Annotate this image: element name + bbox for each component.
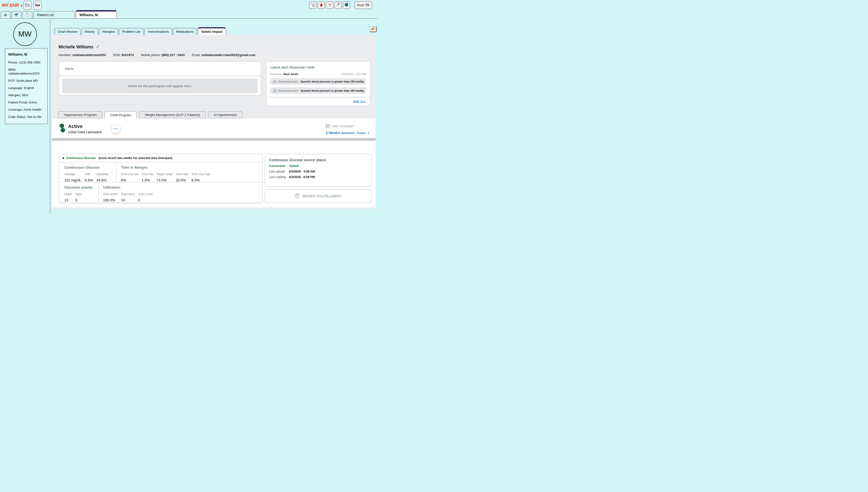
glycemic-events-section: Glycemic events Hyper13 Hypo0 xyxy=(59,182,98,202)
tab-active-patient[interactable]: Williams, M xyxy=(76,10,117,18)
program-tab-bar: Hypertension Program CGM Program Weight … xyxy=(52,111,376,118)
chart-tab-bar: Chart Review History Allergies Problem L… xyxy=(54,27,378,35)
calendar-icon xyxy=(326,124,330,128)
dismissal-timestamp: 5/30/2025 - 9:52 AM xyxy=(341,73,366,76)
alerts-section: Alerts Alerts for the participant will a… xyxy=(52,61,376,106)
patient-header: Michelle Williams Identifier: validateva… xyxy=(52,35,376,57)
stat-label: Average xyxy=(64,172,81,176)
help-button[interactable]: ? xyxy=(326,1,333,9)
stat-label: GMI xyxy=(85,172,93,176)
program-status: Active xyxy=(68,124,102,129)
stat-label: Variability xyxy=(96,172,108,176)
folder-icon xyxy=(25,3,30,8)
program-menu-button[interactable]: ••• xyxy=(111,124,120,133)
horizontal-scrollbar[interactable] xyxy=(52,138,376,141)
stat-value: 0 xyxy=(75,198,82,202)
validic-impact-panel: Michelle Williams Identifier: validateva… xyxy=(52,35,376,209)
tab-history[interactable]: History xyxy=(81,28,98,35)
sidebar-mrn: MRN: validatevalidicmw2024 xyxy=(8,68,44,76)
sidebar-patient-name: Williams, M xyxy=(8,52,44,56)
program-status-row: Active Initial Data Uploaded ••• Data ti… xyxy=(52,118,376,136)
top-toolbar: MY EHR ▼ ? Print xyxy=(0,0,378,10)
dismissal-card-footer: SEE ALL xyxy=(266,97,370,106)
help-icon: ? xyxy=(329,3,331,7)
alerts-card-body: Alerts for the participant will appear h… xyxy=(59,76,261,96)
tab-immunizations[interactable]: Immunizations xyxy=(144,28,172,35)
tab-patient-list[interactable]: Patient List xyxy=(33,11,75,18)
toolbar-right-group: ? Print xyxy=(309,1,372,9)
validic-logo-icon xyxy=(59,123,66,134)
tab-chart-review[interactable]: Chart Review xyxy=(54,28,81,35)
package-icon xyxy=(294,193,300,199)
avatar-initials: MW xyxy=(18,30,31,39)
reviewer-name: Mark Smith xyxy=(283,73,298,76)
sidebar-phone: Phone: (123) 456-7890 xyxy=(8,60,44,65)
source-status-card: Continuous Glucose source status Connect… xyxy=(265,154,371,187)
email-label: Email: xyxy=(192,53,200,57)
chevron-down-icon: ▼ xyxy=(367,132,370,134)
identifier-label: Identifier: xyxy=(58,53,71,57)
device-fulfillment-label: DEVICE FULFILLMENT xyxy=(302,194,341,198)
notepad-icon xyxy=(26,13,29,17)
tab-chart-review-label: Chart Review xyxy=(58,30,77,33)
patient-sidebar: MW Williams, M Phone: (123) 456-7890 MRN… xyxy=(0,19,50,214)
tools-button[interactable] xyxy=(334,1,342,9)
see-all-link[interactable]: SEE ALL xyxy=(353,100,366,103)
tab-weight-management[interactable]: Weight Management (GLP-1 Patients) xyxy=(139,111,206,118)
edit-name-icon[interactable] xyxy=(96,45,100,50)
tab-hypertension-program[interactable]: Hypertension Program xyxy=(58,111,102,118)
blood-drop-icon xyxy=(320,3,323,8)
stat-label: Time high xyxy=(176,172,188,176)
tab-validic-impact[interactable]: Validic Impact xyxy=(198,27,226,35)
patient-name: Michelle Williams xyxy=(58,45,93,50)
stethoscope-button[interactable] xyxy=(309,1,316,9)
timespan-value: 2 Weeks xyxy=(326,131,340,135)
tab-medications[interactable]: Medications xyxy=(173,28,197,35)
stat-label: Hypo xyxy=(75,193,82,196)
tab-ai-hypertension-label: AI Hypertension xyxy=(214,113,237,117)
stat-label: Scan count xyxy=(138,193,153,196)
workspace-tab-bar: Patient List Williams, M xyxy=(0,10,378,19)
stat-label: Time low xyxy=(142,172,153,176)
blood-drop-button[interactable] xyxy=(317,1,325,9)
reviewer-label: Reviewer: xyxy=(270,73,283,76)
language-button[interactable] xyxy=(343,1,350,9)
timespan-selector[interactable]: 2 Weeks (5/22/2025 - Today) ▼ xyxy=(326,131,370,135)
reports-tab[interactable] xyxy=(0,11,11,18)
stat-value: 6.0% xyxy=(191,178,210,182)
alerts-placeholder: Alerts for the participant will appear h… xyxy=(62,78,258,93)
source-status-column: Continuous Glucose source status Connect… xyxy=(265,154,371,203)
print-button[interactable]: Print xyxy=(355,1,372,9)
notes-tab[interactable] xyxy=(22,11,32,18)
tab-history-label: History xyxy=(85,30,95,33)
annotate-button[interactable] xyxy=(369,26,377,32)
tab-ai-hypertension[interactable]: AI Hypertension xyxy=(208,111,243,118)
glucose-section-title: Continuous Glucose xyxy=(64,165,116,169)
stat-value: 20.0% xyxy=(176,178,188,182)
tab-problem-list[interactable]: Problem List xyxy=(119,28,144,35)
tab-cgm-program[interactable]: CGM Program xyxy=(104,111,137,118)
warning-icon xyxy=(273,89,277,93)
device-fulfillment-button[interactable]: DEVICE FULFILLMENT xyxy=(265,189,371,203)
alerts-card-title: Alerts xyxy=(59,62,261,76)
glucose-section: Continuous Glucose Average152 mg/dL GMI6… xyxy=(59,163,116,182)
avatar: MW xyxy=(13,22,37,46)
cgm-program-panel: Active Initial Data Uploaded ••• Data ti… xyxy=(52,118,376,207)
tab-immunizations-label: Immunizations xyxy=(148,30,169,33)
time-in-ranges-section: Time In Ranges Time very low0% Time low1… xyxy=(117,163,262,182)
dob-label: DOB: xyxy=(113,53,121,57)
inbox-tab[interactable] xyxy=(11,11,22,18)
inpatient-button[interactable] xyxy=(33,1,42,10)
stat-label: Time very low xyxy=(121,172,139,176)
utilization-title: Utilization xyxy=(103,185,262,189)
stat-label: Time very high xyxy=(191,172,210,176)
utilization-section: Utilization Time active100.0% Days worn1… xyxy=(99,182,262,202)
last-upload-value: 6/3/2025 - 3:59 AM xyxy=(289,170,315,173)
writing-hand-icon xyxy=(371,27,376,31)
tab-allergies[interactable]: Allergies xyxy=(99,28,118,35)
stat-value: 0 xyxy=(138,198,153,202)
ehr-window: MY EHR ▼ ? Print xyxy=(0,0,378,214)
app-logo[interactable]: MY EHR ▼ xyxy=(2,3,23,8)
dismissed-alert-row: Dismissed alert: Systolic blood pressure… xyxy=(270,78,366,85)
open-chart-button[interactable] xyxy=(23,1,31,10)
